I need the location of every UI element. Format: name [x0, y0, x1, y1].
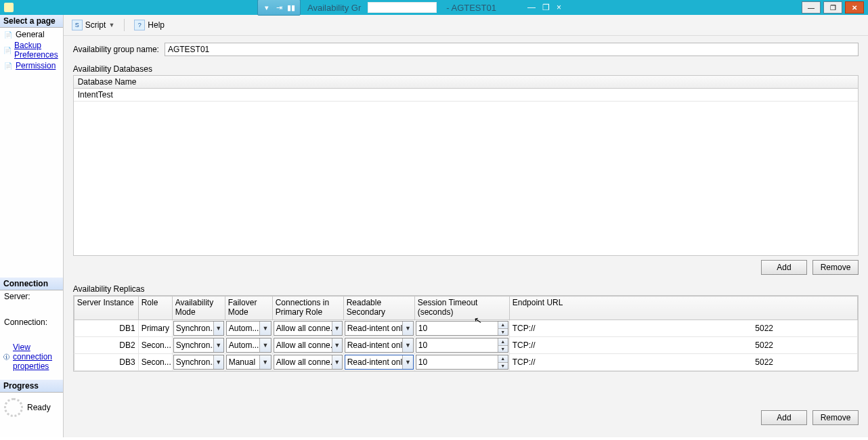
sidebar-item-label: General: [16, 30, 45, 39]
cell-timeout[interactable]: 10▲▼: [414, 337, 509, 354]
remote-toolbar[interactable]: ▾ ⇥ ▮▮: [257, 0, 301, 16]
cell-failmode[interactable]: Autom...▼: [225, 337, 272, 354]
cell-role[interactable]: Secon...: [138, 337, 172, 354]
sidebar-item-permission[interactable]: 📄 Permission: [0, 60, 63, 71]
script-label: Script: [85, 20, 106, 30]
cell-timeout[interactable]: 10▲▼: [414, 320, 509, 337]
progress-row: Ready: [0, 393, 63, 437]
table-row[interactable]: DB2Secon...Synchron...▼Autom...▼Allow al…: [74, 337, 857, 354]
chevron-down-icon[interactable]: ▼: [332, 355, 342, 369]
chevron-down-icon[interactable]: ▼: [259, 355, 271, 369]
chevron-down-icon[interactable]: ▼: [402, 338, 412, 352]
sidebar-item-backup-preferences[interactable]: 📄 Backup Preferences: [0, 40, 63, 60]
cell-timeout[interactable]: 10▲▼: [414, 354, 509, 371]
close-button[interactable]: ✕: [845, 1, 864, 14]
restore-button[interactable]: ❐: [823, 1, 842, 14]
availability-databases-grid[interactable]: Database Name IntentTest: [73, 75, 859, 256]
chevron-down-icon[interactable]: ▼: [213, 338, 223, 352]
availability-replicas-grid[interactable]: Server Instance Role Availability Mode F…: [73, 295, 859, 372]
cell-server[interactable]: DB2: [74, 337, 138, 354]
col-server[interactable]: Server Instance: [74, 296, 138, 320]
col-connprim[interactable]: Connections in Primary Role: [272, 296, 343, 320]
inner-close-icon[interactable]: ×: [557, 3, 561, 12]
cell-endpoint[interactable]: TCP://5022: [509, 320, 857, 337]
chevron-down-icon[interactable]: ▼: [213, 355, 223, 369]
spin-down-icon[interactable]: ▼: [498, 329, 508, 336]
window-titlebar: ▾ ⇥ ▮▮ Availability Gr - AGTEST01 — ❐ × …: [0, 0, 868, 15]
db-row[interactable]: IntentTest: [74, 89, 858, 102]
databases-add-button[interactable]: Add: [761, 260, 807, 275]
app-icon: [4, 3, 14, 12]
cell-readsec[interactable]: Read-intent only▼: [343, 337, 414, 354]
chevron-down-icon[interactable]: ▼: [259, 322, 270, 335]
col-endpoint[interactable]: Endpoint URL: [509, 296, 857, 320]
sidebar-item-general[interactable]: 📄 General: [0, 29, 63, 40]
window-title-left: Availability Gr: [307, 3, 361, 13]
col-readsec[interactable]: Readable Secondary: [343, 296, 414, 320]
sidebar-item-label: Backup Preferences: [14, 41, 60, 60]
inner-minimize-icon[interactable]: —: [527, 3, 536, 12]
cell-availmode[interactable]: Synchron...▼: [172, 320, 225, 337]
spinner-icon: [4, 398, 23, 417]
help-button[interactable]: ? Help: [131, 18, 167, 32]
inner-restore-icon[interactable]: ❐: [542, 3, 550, 12]
cell-connprim[interactable]: Allow all conne...▼: [272, 354, 343, 371]
cell-connprim[interactable]: Allow all conne...▼: [272, 337, 343, 354]
table-row[interactable]: DB3Secon...Synchron...▼Manual▼Allow all …: [74, 354, 857, 371]
table-row[interactable]: DB1PrimarySynchron...▼Autom...▼Allow all…: [74, 320, 857, 337]
databases-remove-button[interactable]: Remove: [812, 260, 859, 275]
chevron-down-icon[interactable]: ▼: [402, 355, 412, 369]
cell-endpoint[interactable]: TCP://5022: [509, 337, 857, 354]
chevron-down-icon[interactable]: ▼: [259, 338, 270, 352]
pin-icon[interactable]: ⇥: [274, 3, 284, 12]
signal-icon[interactable]: ▮▮: [286, 3, 296, 12]
cell-role[interactable]: Primary: [138, 320, 172, 337]
cell-endpoint[interactable]: TCP://5022: [509, 354, 857, 371]
chevron-down-icon[interactable]: ▼: [402, 322, 412, 335]
title-redacted: [368, 2, 437, 13]
progress-status: Ready: [27, 403, 51, 412]
script-icon: S: [72, 20, 83, 30]
replicas-add-button[interactable]: Add: [761, 410, 807, 425]
replicas-remove-button[interactable]: Remove: [812, 410, 859, 425]
col-failmode[interactable]: Failover Mode: [225, 296, 272, 320]
spin-down-icon[interactable]: ▼: [498, 363, 508, 370]
chevron-down-icon[interactable]: ▼: [332, 338, 342, 352]
chevron-down-icon[interactable]: ▼: [332, 322, 342, 335]
cell-failmode[interactable]: Autom...▼: [225, 320, 272, 337]
content: Availability group name: Availability Da…: [64, 36, 868, 437]
cell-readsec[interactable]: Read-intent only▼: [343, 320, 414, 337]
cell-readsec[interactable]: Read-intent only▼: [343, 354, 414, 371]
sidebar-item-label: Permission: [16, 61, 56, 70]
db-col-header[interactable]: Database Name: [74, 76, 858, 89]
col-role[interactable]: Role: [138, 296, 172, 320]
group-name-row: Availability group name:: [73, 43, 859, 56]
minimize-button[interactable]: —: [802, 1, 821, 14]
cell-server[interactable]: DB1: [74, 320, 138, 337]
chevron-down-icon[interactable]: ▾: [262, 3, 272, 12]
server-label: Server:: [0, 290, 63, 303]
script-button[interactable]: S Script ▼: [69, 18, 118, 32]
spin-up-icon[interactable]: ▲: [498, 355, 508, 363]
cell-failmode[interactable]: Manual▼: [225, 354, 272, 371]
group-name-label: Availability group name:: [73, 45, 159, 54]
spin-down-icon[interactable]: ▼: [498, 346, 508, 353]
replicas-buttons: Add Remove: [73, 410, 859, 425]
col-availmode[interactable]: Availability Mode: [172, 296, 225, 320]
group-name-input[interactable]: [165, 43, 859, 56]
view-connection-properties[interactable]: 🛈 View connection properties: [0, 342, 63, 372]
cell-server[interactable]: DB3: [74, 354, 138, 371]
spin-up-icon[interactable]: ▲: [498, 338, 508, 346]
chevron-down-icon[interactable]: ▼: [213, 322, 223, 335]
cell-availmode[interactable]: Synchron...▼: [172, 354, 225, 371]
col-timeout[interactable]: Session Timeout (seconds): [414, 296, 509, 320]
chevron-down-icon[interactable]: ▼: [108, 22, 114, 28]
view-connection-properties-label: View connection properties: [13, 343, 60, 371]
spin-up-icon[interactable]: ▲: [498, 322, 508, 329]
page-list: 📄 General 📄 Backup Preferences 📄 Permiss…: [0, 28, 63, 72]
toolbar: S Script ▼ ? Help: [64, 15, 868, 36]
cell-role[interactable]: Secon...: [138, 354, 172, 371]
cell-availmode[interactable]: Synchron...▼: [172, 337, 225, 354]
window-title-right: - AGTEST01: [446, 3, 496, 13]
cell-connprim[interactable]: Allow all conne...▼: [272, 320, 343, 337]
